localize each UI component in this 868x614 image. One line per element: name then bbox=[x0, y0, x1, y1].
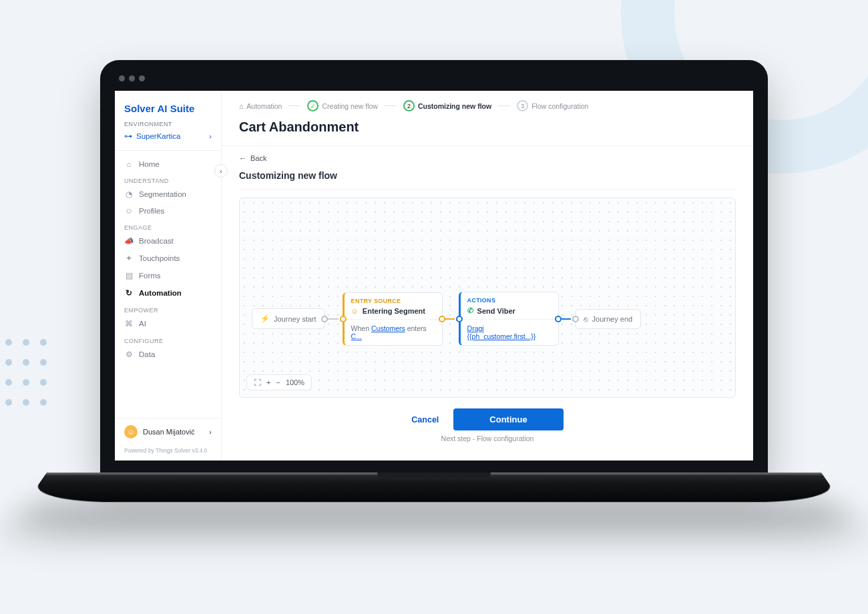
chevron-right-icon: › bbox=[209, 132, 212, 140]
environment-name: SuperKartica bbox=[136, 132, 180, 140]
crumb-step2[interactable]: 2 Customizing new flow bbox=[403, 100, 491, 111]
node-entry-source[interactable]: ENTRY SOURCE ☺ Entering Segment When Cus… bbox=[343, 292, 443, 346]
broadcast-icon: 📣 bbox=[124, 236, 134, 246]
environment-selector[interactable]: ⊶ SuperKartica › bbox=[115, 127, 221, 151]
crumb-root[interactable]: ⌂ Automation bbox=[239, 102, 282, 110]
page-title: Cart Abandonment bbox=[222, 111, 753, 145]
segmentation-icon: ◔ bbox=[124, 190, 134, 199]
sidebar-item-label: Forms bbox=[139, 272, 161, 280]
connector-dot[interactable] bbox=[572, 316, 579, 322]
card-title-text: Entering Segment bbox=[363, 307, 425, 315]
link-icon: ⊶ bbox=[124, 131, 132, 141]
connector-dot[interactable] bbox=[340, 316, 347, 322]
flow-row: ⚡ Journey start › ENTRY SOURCE ☺ bbox=[252, 292, 641, 346]
sidebar-item-profiles[interactable]: ☺ Profiles bbox=[115, 203, 221, 219]
bolt-icon: ⚡ bbox=[260, 314, 270, 323]
section-title: Customizing new flow bbox=[239, 162, 736, 190]
node-journey-start[interactable]: ⚡ Journey start bbox=[252, 308, 325, 329]
touchpoints-icon: ✦ bbox=[124, 254, 134, 263]
step-number: 2 bbox=[403, 100, 415, 111]
user-name: Dusan Mijatović bbox=[143, 428, 195, 436]
app-screen: Solver AI Suite ENVIRONMENT ⊶ SuperKarti… bbox=[115, 91, 753, 460]
sidebar-item-label: Automation bbox=[139, 289, 182, 297]
collapse-sidebar-button[interactable]: ‹ bbox=[214, 164, 228, 178]
breadcrumb: ⌂ Automation ✓ Creating new flow 2 Custo… bbox=[222, 91, 753, 111]
node-journey-end[interactable]: ⎋ Journey end bbox=[575, 309, 642, 329]
wizard-footer: Cancel Continue Next step - Flow configu… bbox=[239, 398, 736, 448]
crumb-label: Customizing new flow bbox=[418, 102, 491, 110]
step-number: 3 bbox=[517, 100, 528, 111]
card-header: ENTRY SOURCE bbox=[345, 293, 442, 306]
node-action[interactable]: ACTIONS ✆ Send Viber Dragi {{ph_customer… bbox=[459, 292, 559, 346]
zoom-level: 100% bbox=[286, 378, 304, 386]
sidebar-item-label: Touchpoints bbox=[139, 254, 180, 262]
sidebar-item-label: Data bbox=[139, 350, 155, 358]
profiles-icon: ☺ bbox=[124, 207, 134, 215]
environment-label: ENVIRONMENT bbox=[115, 121, 221, 127]
laptop-mock: Solver AI Suite ENVIRONMENT ⊶ SuperKarti… bbox=[100, 60, 768, 506]
sidebar-item-ai[interactable]: ⌘ AI bbox=[115, 315, 221, 332]
user-menu[interactable]: ☺ Dusan Mijatović › bbox=[115, 418, 221, 445]
link-segment[interactable]: C... bbox=[351, 332, 362, 340]
node-label: Journey end bbox=[592, 315, 633, 323]
link-customers[interactable]: Customers bbox=[371, 324, 405, 332]
back-button[interactable]: ← Back bbox=[239, 154, 736, 162]
cancel-button[interactable]: Cancel bbox=[411, 415, 439, 424]
home-icon: ⌂ bbox=[124, 160, 134, 168]
section-engage: ENGAGE bbox=[115, 219, 221, 232]
crumb-label: Automation bbox=[246, 102, 282, 110]
crumb-step1[interactable]: ✓ Creating new flow bbox=[307, 100, 377, 111]
sidebar-item-automation[interactable]: ↻ Automation bbox=[115, 284, 221, 302]
continue-button[interactable]: Continue bbox=[453, 408, 563, 430]
connector-dot[interactable] bbox=[321, 316, 328, 322]
zoom-controls: ⛶ + − 100% bbox=[246, 374, 312, 390]
sidebar-item-label: Broadcast bbox=[139, 237, 174, 245]
card-body: Dragi {{ph_customer.first...}} bbox=[461, 319, 558, 345]
exit-icon: ⎋ bbox=[584, 315, 588, 323]
sidebar-item-label: AI bbox=[139, 320, 146, 328]
viber-icon: ✆ bbox=[467, 306, 473, 315]
sidebar-item-broadcast[interactable]: 📣 Broadcast bbox=[115, 232, 221, 250]
ai-icon: ⌘ bbox=[124, 319, 134, 328]
fullscreen-icon[interactable]: ⛶ bbox=[254, 378, 261, 386]
next-step-hint: Next step - Flow configuration bbox=[239, 434, 736, 442]
sidebar-item-forms[interactable]: ▤ Forms bbox=[115, 267, 221, 284]
sidebar: Solver AI Suite ENVIRONMENT ⊶ SuperKarti… bbox=[115, 91, 222, 460]
brand-title: Solver AI Suite bbox=[115, 91, 221, 121]
card-body: When Customers enters C... bbox=[345, 319, 442, 345]
connector-dot[interactable] bbox=[456, 316, 463, 322]
powered-by: Powered by Things Solver v3.4.0 bbox=[115, 445, 221, 460]
sidebar-item-data[interactable]: ⚙ Data bbox=[115, 346, 221, 363]
sidebar-item-touchpoints[interactable]: ✦ Touchpoints bbox=[115, 250, 221, 267]
chevron-right-icon: › bbox=[209, 428, 212, 436]
section-empower: EMPOWER bbox=[115, 302, 221, 315]
node-label: Journey start bbox=[274, 315, 316, 323]
sidebar-item-segmentation[interactable]: ◔ Segmentation bbox=[115, 186, 221, 203]
sidebar-item-label: Profiles bbox=[139, 207, 164, 215]
crumb-label: Flow configuration bbox=[531, 102, 588, 110]
arrow-left-icon: ← bbox=[239, 154, 246, 162]
home-icon: ⌂ bbox=[239, 102, 243, 110]
zoom-in-button[interactable]: + bbox=[266, 378, 270, 386]
data-icon: ⚙ bbox=[124, 350, 134, 359]
crumb-step3[interactable]: 3 Flow configuration bbox=[517, 100, 588, 111]
check-icon: ✓ bbox=[307, 100, 318, 111]
forms-icon: ▤ bbox=[124, 271, 134, 280]
section-configure: CONFIGURE bbox=[115, 332, 221, 346]
main-content: ⌂ Automation ✓ Creating new flow 2 Custo… bbox=[222, 91, 753, 460]
avatar: ☺ bbox=[124, 425, 138, 438]
card-title-text: Send Viber bbox=[477, 307, 515, 315]
flow-canvas[interactable]: ⚡ Journey start › ENTRY SOURCE ☺ bbox=[239, 198, 736, 398]
sidebar-item-label: Segmentation bbox=[139, 190, 186, 198]
section-understand: UNDERSTAND bbox=[115, 172, 221, 186]
connector-dot[interactable] bbox=[555, 316, 562, 322]
connector-dot[interactable] bbox=[439, 316, 445, 322]
segment-icon: ☺ bbox=[351, 307, 359, 315]
zoom-out-button[interactable]: − bbox=[276, 378, 280, 386]
back-label: Back bbox=[250, 154, 266, 162]
crumb-label: Creating new flow bbox=[322, 102, 377, 110]
sidebar-item-label: Home bbox=[139, 160, 160, 168]
link-message[interactable]: Dragi {{ph_customer.first...}} bbox=[467, 324, 536, 340]
automation-icon: ↻ bbox=[124, 288, 134, 298]
sidebar-item-home[interactable]: ⌂ Home bbox=[115, 156, 221, 172]
